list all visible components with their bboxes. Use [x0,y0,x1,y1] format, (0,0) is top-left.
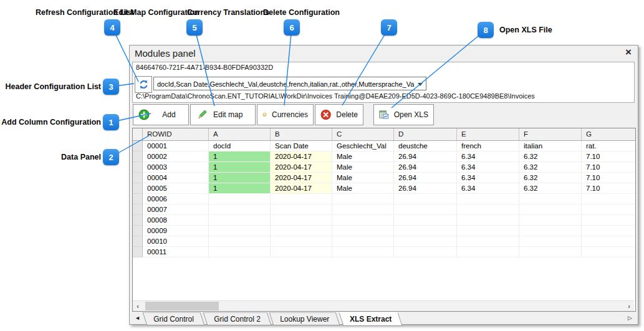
grid-cell[interactable]: 6.34 [457,173,519,183]
row-indicator[interactable] [133,226,143,236]
grid-cell[interactable]: 6.32 [519,151,582,162]
row-indicator[interactable] [133,151,143,162]
currencies-button[interactable]: $ Currencies [257,104,314,125]
grid-cell[interactable]: 6.32 [519,183,582,194]
grid-cell[interactable]: 1 [209,162,271,173]
grid-cell[interactable] [457,204,519,215]
grid-cell[interactable]: 7.10 [582,151,635,162]
grid-cell[interactable]: 26.94 [394,173,457,183]
grid-cell[interactable]: 2020-04-17 [271,162,332,173]
grid-cell[interactable]: 6.32 [519,162,582,173]
grid-cell[interactable] [271,215,332,226]
grid-cell[interactable]: italian [519,141,582,151]
rowid-cell[interactable]: 00002 [143,151,209,162]
row-indicator[interactable] [133,204,143,215]
grid-cell[interactable] [394,215,457,226]
column-header-a[interactable]: A [209,128,271,140]
column-header-e[interactable]: E [457,128,519,140]
grid-cell[interactable] [332,236,394,247]
open-xls-button[interactable]: Open XLS [373,104,434,125]
grid-cell[interactable] [519,204,582,215]
grid-cell[interactable] [582,215,635,226]
grid-cell[interactable] [332,194,394,204]
tab-scroll-left-icon[interactable]: ◄ [135,315,140,321]
grid-cell[interactable] [519,215,582,226]
grid-cell[interactable] [457,194,519,204]
row-indicator[interactable] [133,247,143,257]
grid-cell[interactable]: 6.34 [457,183,519,194]
rowid-cell[interactable]: 00001 [143,141,209,151]
grid-cell[interactable]: 1 [209,173,271,183]
grid-cell[interactable] [519,226,582,236]
column-header-c[interactable]: C [332,128,394,140]
grid-cell[interactable] [457,247,519,257]
grid-cell[interactable]: Male [332,183,394,194]
grid-cell[interactable] [209,226,271,236]
grid-cell[interactable] [332,247,394,257]
rowid-cell[interactable]: 00009 [143,226,209,236]
grid-cell[interactable]: 2020-04-17 [271,173,332,183]
rowid-cell[interactable]: 00006 [143,194,209,204]
grid-cell[interactable] [394,236,457,247]
grid-cell[interactable] [582,204,635,215]
grid-cell[interactable]: Scan Date [271,141,332,151]
grid-cell[interactable]: 6.34 [457,162,519,173]
grid-cell[interactable]: 6.34 [457,151,519,162]
scroll-right-icon[interactable]: › [624,301,634,311]
row-indicator[interactable] [133,173,143,183]
edit-map-button[interactable]: Edit map [190,104,256,125]
grid-cell[interactable] [332,215,394,226]
header-configuration-combo[interactable]: docId,Scan Date,Geschlecht_Val,deustche,… [153,77,426,90]
refresh-config-button[interactable] [135,76,152,93]
grid-cell[interactable] [394,247,457,257]
grid-cell[interactable]: docId [209,141,271,151]
grid-cell[interactable] [457,215,519,226]
grid-cell[interactable]: 2020-04-17 [271,151,332,162]
row-indicator[interactable] [133,194,143,204]
rowid-cell[interactable]: 00003 [143,162,209,173]
grid-cell[interactable] [209,194,271,204]
grid-cell[interactable]: rat. [582,141,635,151]
row-indicator[interactable] [133,236,143,247]
grid-cell[interactable] [332,226,394,236]
add-button[interactable]: Add [133,104,189,125]
grid-cell[interactable]: Male [332,151,394,162]
grid-cell[interactable]: 2020-04-17 [271,183,332,194]
grid-cell[interactable] [332,204,394,215]
grid-cell[interactable]: deustche [394,141,457,151]
grid-cell[interactable] [394,204,457,215]
grid-cell[interactable] [209,204,271,215]
grid-cell[interactable]: 1 [209,151,271,162]
tab-scroll-right-icon[interactable]: ▷ [628,315,632,321]
row-indicator[interactable] [133,141,143,151]
grid-cell[interactable]: Male [332,173,394,183]
grid-cell[interactable] [271,226,332,236]
column-header-d[interactable]: D [394,128,457,140]
tab-grid-control[interactable]: Grid Control [143,312,205,325]
grid-cell[interactable] [519,194,582,204]
grid-cell[interactable] [582,194,635,204]
grid-cell[interactable] [582,226,635,236]
grid-cell[interactable] [271,247,332,257]
close-icon[interactable]: × [625,47,632,58]
grid-cell[interactable] [457,236,519,247]
grid-cell[interactable]: 26.94 [394,183,457,194]
rowid-cell[interactable]: 00008 [143,215,209,226]
grid-cell[interactable] [209,247,271,257]
grid-cell[interactable] [394,194,457,204]
grid-cell[interactable]: Geschlecht_Val [332,141,394,151]
row-indicator[interactable] [133,162,143,173]
grid-cell[interactable] [209,236,271,247]
grid-cell[interactable]: 1 [209,183,271,194]
grid-cell[interactable] [582,247,635,257]
tab-lookup-viewer[interactable]: Lookup Viewer [269,312,340,325]
grid-cell[interactable] [457,226,519,236]
grid-cell[interactable]: 7.10 [582,173,635,183]
grid-cell[interactable] [519,247,582,257]
rowid-cell[interactable]: 00007 [143,204,209,215]
scrollbar-thumb[interactable] [145,302,219,310]
column-header-b[interactable]: B [271,128,332,140]
grid-cell[interactable] [209,215,271,226]
tab-grid-control-2[interactable]: Grid Control 2 [203,312,271,325]
grid-cell[interactable]: french [457,141,519,151]
